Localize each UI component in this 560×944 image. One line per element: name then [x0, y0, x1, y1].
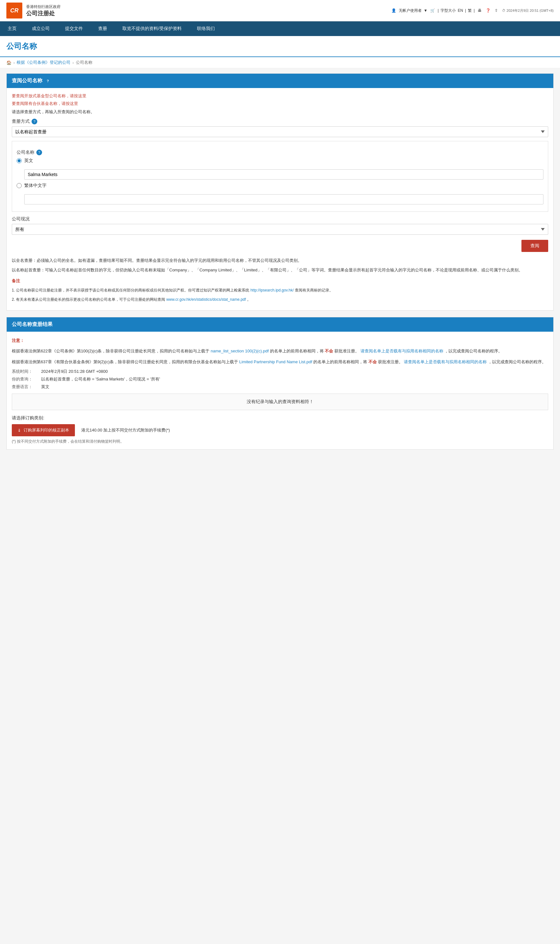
status-label-row: 公司现况 — [12, 216, 548, 222]
search-card-body: 要查阅开放式基金型公司名称，请按这里 要查阅限有合伙基金名称，请按这里 请选择查… — [7, 88, 553, 310]
header-right: 👤 无帐户使用者 ▼ 🛒 | 字型大小 EN | 繁 | 🖶 ❓ ⇧ ⏱ 202… — [391, 7, 554, 14]
radio-chinese-row: 繁体中文字 — [17, 183, 543, 188]
results-card-title: 公司名称查册结果 — [12, 321, 52, 328]
nav-restricted[interactable]: 取览不提供的资料/受保护资料 — [115, 22, 189, 36]
footer-note: (*) 按不同交付方式附加的手续费，会在结算和清付购物篮时列明。 — [12, 439, 548, 444]
notice-label: 注意： — [12, 337, 548, 344]
search-card-title: 查阅公司名称 — [12, 77, 42, 84]
lp-fund-list-link[interactable]: Limited Partnership Fund Name List.pdf — [239, 359, 312, 364]
search-method-label-row: 查册方式 ? — [12, 119, 548, 124]
purchase-row: ⇓ 订购屏幕列印的核正副本 港元140.00 加上按不同交付方式附加的手续费(*… — [12, 424, 548, 436]
download-icon: ⇓ — [17, 428, 21, 433]
search-method-select[interactable]: 以名称起首查册 — [12, 126, 548, 137]
search-method-help-icon[interactable]: ? — [32, 119, 37, 124]
company-name-help-icon[interactable]: ? — [36, 150, 42, 155]
header-title-block: 香港特别行政区政府 公司注册处 — [26, 4, 60, 17]
query-lang-row: 查册语言： 英文 — [12, 384, 548, 390]
purchase-button[interactable]: ⇓ 订购屏幕列印的核正副本 — [12, 424, 75, 436]
print-icon[interactable]: 🖶 — [477, 7, 483, 14]
lang-tc[interactable]: 繁 — [468, 8, 472, 13]
english-input-block — [24, 168, 543, 180]
nav-incorporate[interactable]: 成立公司 — [24, 22, 57, 36]
font-size-label[interactable]: 字型大小 — [440, 8, 456, 13]
lang-en[interactable]: EN — [458, 8, 463, 13]
cr-logo: CR — [6, 3, 22, 19]
notice-2: 根据香港法例第637章《有限合伙基金条例》第9(2)(c)条，除非获得公司注册处… — [12, 358, 548, 366]
results-card-body: 注意： 根据香港法例第622章《公司条例》第100(2)(c)条，除非获得公司注… — [7, 332, 553, 449]
main-nav: 主页 成立公司 提交文件 查册 取览不提供的资料/受保护资料 联络我们 — [0, 22, 560, 36]
query-button[interactable]: 查阅 — [522, 240, 548, 252]
fullname-note: 以全名查册：必须输入公司的全名。如有遗漏，查册结果可能不同。查册结果会显示完全符… — [12, 257, 548, 264]
notice-1: 根据香港法例第622章《公司条例》第100(2)(c)条，除非获得公司注册处长同… — [12, 347, 548, 355]
page-title-bar: 公司名称 — [0, 36, 560, 57]
search-method-label: 查册方式 — [12, 119, 30, 124]
remark-1: 1. 公司名称获公司注册处注册，并不表示获授予该公司名称或其任何部分的商标权或任… — [12, 287, 548, 293]
query-button-row: 查阅 — [12, 240, 548, 252]
company-name-label-row: 公司名称 ? — [17, 150, 543, 155]
nav-contact[interactable]: 联络我们 — [189, 22, 223, 36]
page-title: 公司名称 — [6, 41, 554, 51]
header-dept-name: 公司注册处 — [26, 9, 60, 17]
nav-search[interactable]: 查册 — [91, 22, 115, 36]
english-name-input[interactable] — [24, 169, 543, 180]
search-card-header: 查阅公司名称 ? — [7, 74, 553, 88]
remark-2: 2. 有关未有遵从公司注册处长的指示更改公司名称的公司名单，可于公司注册处的网站… — [12, 296, 548, 303]
header: CR 香港特别行政区政府 公司注册处 👤 无帐户使用者 ▼ 🛒 | 字型大小 E… — [0, 0, 560, 22]
purchase-section: 请选择订购类别: ⇓ 订购屏幕列印的核正副本 港元140.00 加上按不同交付方… — [12, 415, 548, 444]
results-card-header: 公司名称查册结果 — [7, 317, 553, 332]
breadcrumb: 🏠 › 根据《公司条例》登记的公司 › 公司名称 — [0, 57, 560, 68]
breadcrumb-companies[interactable]: 根据《公司条例》登记的公司 — [17, 60, 71, 65]
purchase-price: 港元140.00 加上按不同交付方式附加的手续费(*) — [81, 427, 170, 433]
nav-submit[interactable]: 提交文件 — [57, 22, 91, 36]
clock-icon: ⏱ — [502, 9, 506, 12]
cr-logo-text: CR — [10, 7, 18, 14]
help-icon[interactable]: ❓ — [485, 7, 491, 14]
header-datetime: ⏱ 2024年2月9日 20:51 (GMT+8) — [502, 8, 554, 13]
chinese-input-block — [24, 193, 543, 204]
search-card: 查阅公司名称 ? 要查阅开放式基金型公司名称，请按这里 要查阅限有合伙基金名称，… — [6, 73, 554, 311]
check-lp-name-list-link[interactable]: 请查阅名单上是否载有与拟用名称相同的名称 — [404, 359, 487, 364]
header-gov-name: 香港特别行政区政府 — [26, 4, 60, 9]
open-fund-link[interactable]: 要查阅开放式基金型公司名称，请按这里 — [12, 93, 86, 98]
results-card: 公司名称查册结果 注意： 根据香港法例第622章《公司条例》第100(2)(c)… — [6, 317, 554, 450]
user-icon: 👤 — [391, 7, 397, 14]
chinese-name-input[interactable] — [24, 194, 543, 204]
radio-chinese[interactable] — [17, 183, 22, 188]
search-instruction: 请选择查册方式，再输入所查阅的公司名称。 — [12, 109, 548, 115]
cart-icon[interactable]: 🛒 — [429, 7, 436, 14]
search-help-icon[interactable]: ? — [45, 78, 51, 84]
purchase-title: 请选择订购类别: — [12, 415, 548, 421]
company-name-label: 公司名称 — [17, 150, 34, 155]
name-list-100-link[interactable]: name_list_section 100(2)(c).pdf — [211, 349, 269, 353]
language-radio-group: 英文 繁体中文字 — [17, 158, 543, 204]
header-right-top: 👤 无帐户使用者 ▼ 🛒 | 字型大小 EN | 繁 | 🖶 ❓ ⇧ — [391, 7, 500, 14]
radio-english-row: 英文 — [17, 158, 543, 164]
main-content: 查阅公司名称 ? 要查阅开放式基金型公司名称，请按这里 要查阅限有合伙基金名称，… — [0, 68, 560, 461]
share-icon[interactable]: ⇧ — [493, 7, 500, 14]
status-select[interactable]: 所有 — [12, 224, 548, 235]
purchase-button-label: 订购屏幕列印的核正副本 — [24, 427, 69, 433]
no-record-box: 没有纪录与输入的查询资料相符！ — [12, 393, 548, 410]
nav-user-label: 无帐户使用者 — [399, 8, 422, 13]
result-meta-block: 系统时间： 2024年2月9日 20:51:28 GMT +0800 你的查询：… — [12, 369, 548, 390]
status-section: 公司现况 所有 — [12, 216, 548, 235]
note-block: 以全名查册：必须输入公司的全名。如有遗漏，查册结果可能不同。查册结果会显示完全符… — [12, 257, 548, 303]
remark-title: 备注 — [12, 278, 548, 284]
breadcrumb-home-icon[interactable]: 🏠 — [6, 60, 11, 65]
radio-english[interactable] — [17, 158, 22, 163]
nav-home[interactable]: 主页 — [0, 22, 24, 36]
radio-english-label[interactable]: 英文 — [24, 158, 33, 164]
system-time-row: 系统时间： 2024年2月9日 20:51:28 GMT +0800 — [12, 369, 548, 375]
nav-user-dropdown[interactable]: ▼ — [424, 8, 428, 13]
lp-fund-link[interactable]: 要查阅限有合伙基金名称，请按这里 — [12, 101, 78, 106]
stat-name-link[interactable]: www.cr.gov.hk/en/statistics/docs/stat_na… — [166, 297, 246, 302]
starts-with-note: 以名称起首查册：可输入公司名称起首任何数目的字元，但切勿输入公司名称末端如「Co… — [12, 267, 548, 274]
breadcrumb-current: 公司名称 — [76, 60, 92, 65]
ipsearch-link[interactable]: http://ipsearch.ipd.gov.hk/ — [251, 288, 294, 292]
query-row: 你的查询： 以名称起首查册，公司名称 = 'Salma Markets'，公司现… — [12, 376, 548, 382]
status-label: 公司现况 — [12, 216, 30, 222]
check-name-list-100-link[interactable]: 请查阅名单上是否载有与拟用名称相同的名称 — [360, 349, 443, 353]
radio-chinese-label[interactable]: 繁体中文字 — [24, 183, 46, 188]
header-left: CR 香港特别行政区政府 公司注册处 — [6, 3, 60, 19]
